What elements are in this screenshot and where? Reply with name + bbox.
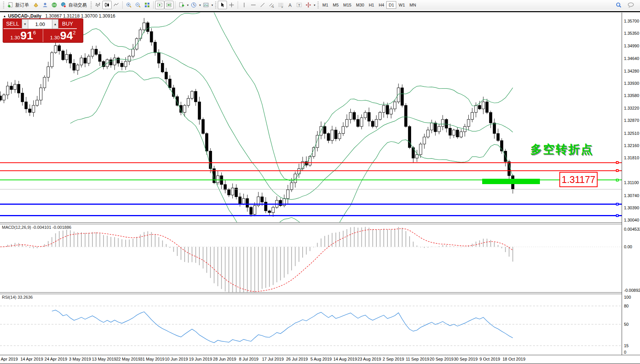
text-label-button[interactable]: T	[295, 1, 304, 9]
highlight-segment[interactable]	[482, 179, 540, 184]
chevron-down-icon[interactable]: ▼	[186, 4, 189, 6]
price-axis[interactable]: 1.316701.314451.311771.309161.304921.301…	[622, 12, 640, 355]
chevron-down-icon[interactable]: ▼	[199, 4, 201, 6]
new-order-button[interactable]	[6, 1, 15, 9]
volume-decrease-button[interactable]: ▼	[22, 19, 28, 29]
rsi-axis-tick: 50	[624, 322, 629, 327]
fibonacci-button[interactable]: F	[276, 1, 285, 9]
crosshair-button[interactable]	[227, 1, 236, 9]
chevron-down-icon[interactable]: ▼	[211, 4, 214, 6]
price-axis-tick: 1.35350	[624, 31, 639, 36]
trendline-button[interactable]	[258, 1, 267, 9]
line-chart-button[interactable]	[112, 1, 121, 9]
metaeditor-button[interactable]	[31, 1, 41, 9]
zoom-in-button[interactable]	[124, 1, 133, 9]
timeframe-button-d1[interactable]: D1	[386, 1, 396, 9]
toolbar-separator	[122, 1, 123, 9]
price-axis-tick: 1.34990	[624, 44, 639, 48]
autotrading-button[interactable]	[59, 1, 68, 9]
templates-button[interactable]	[201, 1, 211, 9]
timeframe-button-h4[interactable]: H4	[376, 1, 386, 9]
horizontal-line-icon	[250, 2, 256, 8]
tile-windows-button[interactable]	[143, 1, 152, 9]
price-callout-box[interactable]: 1.31177	[559, 172, 598, 187]
date-label: 2 Sep 2019	[382, 357, 404, 361]
timeframe-button-m5[interactable]: M5	[331, 1, 341, 9]
macd-axis-tick: 0.00	[624, 244, 632, 249]
search-button[interactable]	[614, 1, 623, 9]
buy-price-button[interactable]: 1.30 94 2	[43, 29, 83, 42]
symbol-period-label: USDCAD-,Daily	[8, 13, 41, 19]
date-label: 22 May 2019	[116, 357, 141, 361]
chat-icon	[627, 2, 634, 8]
toolbar: 新订单 自动交易	[0, 0, 640, 10]
date-label: 20 Sep 2019	[430, 357, 454, 361]
sell-button[interactable]: SELL	[3, 19, 22, 29]
auto-scroll-icon	[157, 2, 163, 8]
periods-button[interactable]	[189, 1, 198, 9]
chart-shift-icon	[166, 2, 172, 8]
macd-axis-tick: -0.008928	[624, 288, 640, 293]
mt4-application: 新订单 自动交易	[0, 0, 640, 364]
buy-button[interactable]: BUY	[58, 19, 77, 29]
profile-icon	[42, 2, 48, 8]
zoom-out-button[interactable]	[133, 1, 143, 9]
svg-text:A: A	[288, 3, 292, 8]
chevron-down-icon[interactable]: ▼	[313, 4, 316, 6]
cursor-button[interactable]	[218, 1, 227, 9]
horizontal-line-button[interactable]	[249, 1, 258, 9]
chat-button[interactable]	[626, 1, 635, 9]
date-label: 28 Jun 2019	[213, 357, 237, 361]
auto-scroll-button[interactable]	[155, 1, 164, 9]
price-axis-tick: 1.34280	[624, 69, 639, 73]
price-axis-tick: 1.33580	[624, 93, 639, 98]
toolbar-separator	[175, 1, 175, 9]
vertical-line-button[interactable]	[240, 1, 249, 9]
macd-pane[interactable]	[0, 224, 622, 292]
autotrading-label[interactable]: 自动交易	[68, 2, 87, 8]
ohlc-values: 1.30867 1.31218 1.30700 1.30916	[45, 13, 115, 19]
search-icon	[616, 2, 622, 8]
zoom-in-icon	[126, 2, 132, 8]
arrows-button[interactable]	[304, 1, 313, 9]
equidistant-channel-button[interactable]: E	[267, 1, 276, 9]
sell-price-pip: 6	[33, 30, 36, 36]
date-label: 17 Jul 2019	[262, 357, 284, 361]
signals-button[interactable]	[50, 1, 59, 9]
price-axis-tick: 1.31100	[624, 180, 639, 185]
macd-axis-tick: 0.004533	[624, 227, 640, 231]
price-axis-tick: 1.35700	[624, 19, 639, 23]
date-label: 13 May 2019	[92, 357, 117, 361]
rsi-pane[interactable]	[0, 294, 622, 355]
date-label: 9 Oct 2019	[480, 357, 500, 361]
timeframe-button-w1[interactable]: W1	[396, 1, 407, 9]
date-label: 4 Apr 2019	[0, 357, 18, 361]
timeframe-button-m15[interactable]: M15	[341, 1, 353, 9]
volume-increase-button[interactable]: ▲	[52, 19, 58, 29]
timeframe-button-h1[interactable]: H1	[366, 1, 376, 9]
candlestick-chart[interactable]	[0, 13, 622, 223]
turning-point-annotation[interactable]: 多空转折点	[530, 142, 593, 157]
timeframe-button-mn[interactable]: MN	[407, 1, 418, 9]
volume-input[interactable]	[28, 19, 52, 29]
text-button[interactable]: A	[285, 1, 295, 9]
new-order-label[interactable]: 新订单	[15, 2, 29, 8]
arrows-icon	[305, 2, 311, 8]
profile-button[interactable]	[41, 1, 50, 9]
timeframe-button-m1[interactable]: M1	[320, 1, 331, 9]
collapse-arrow-icon[interactable]: ▲	[3, 15, 6, 18]
date-label: 24 Apr 2019	[45, 357, 67, 361]
buy-price-pip: 2	[73, 30, 76, 36]
time-axis[interactable]: 4 Apr 201914 Apr 201924 Apr 20193 May 20…	[0, 355, 640, 364]
bar-chart-button[interactable]	[93, 1, 102, 9]
svg-text:T: T	[298, 3, 300, 7]
bar-chart-icon	[95, 2, 101, 8]
new-chart-button[interactable]	[177, 1, 186, 9]
sell-price-button[interactable]: 1.30 91 6	[3, 29, 43, 42]
line-chart-icon	[113, 2, 119, 8]
chart-shift-button[interactable]	[164, 1, 173, 9]
price-axis-tick: 1.32510	[624, 131, 639, 136]
date-label: 5 Aug 2019	[310, 357, 332, 361]
candlestick-button[interactable]	[102, 1, 112, 9]
timeframe-button-m30[interactable]: M30	[354, 1, 366, 9]
